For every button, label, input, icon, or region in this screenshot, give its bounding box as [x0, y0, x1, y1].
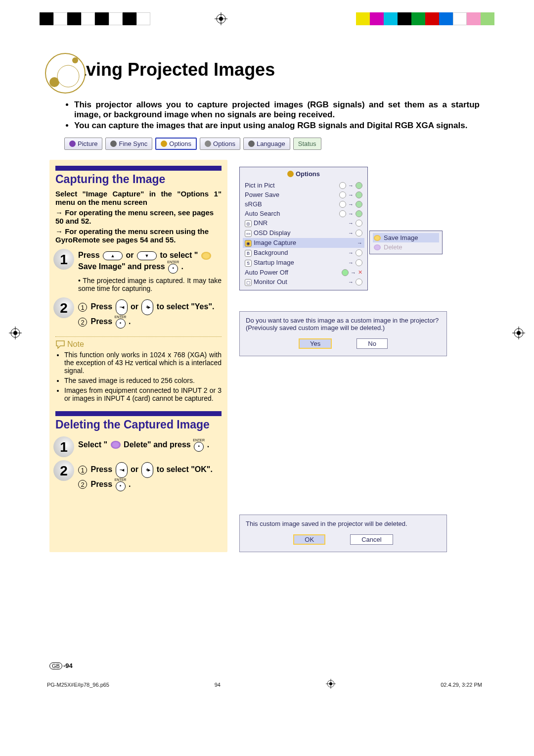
section-bar-2	[55, 411, 222, 416]
tab-status[interactable]: Status	[293, 138, 321, 150]
del2-p1-post: to select "OK".	[157, 465, 213, 473]
del-step-2: 2 1 Press or to select "OK". 2 Press ENT…	[55, 462, 222, 491]
note-2: The saved image is reduced to 256 colors…	[64, 377, 222, 384]
enter-button-icon-3	[194, 442, 204, 452]
del-circled-1: 1	[78, 466, 87, 474]
up-button-icon	[103, 251, 123, 260]
opt-dnr[interactable]: ◎DNR→	[243, 218, 364, 228]
opt-startup[interactable]: SStartup Image→	[243, 258, 364, 268]
del-step-number-2: 2	[55, 462, 72, 479]
opt-autosearch[interactable]: Auto Search→	[243, 209, 364, 218]
intro-bullet-1: This projector allows you to capture pro…	[74, 100, 480, 120]
registration-mark-top	[214, 12, 228, 26]
enter-label-4: ENTER	[115, 478, 127, 481]
step-number-1: 1	[55, 251, 72, 268]
title-bubble-icon	[44, 52, 87, 94]
tab-options-1[interactable]: Options	[155, 138, 197, 150]
delete-confirm-dialog: This custom image saved in the projector…	[239, 515, 447, 552]
tab-options2-label: Options	[213, 140, 235, 147]
note-head: Note	[55, 340, 222, 349]
bg-icon: B	[245, 250, 252, 257]
page-num-text: -94	[63, 662, 73, 669]
tab-picture-label: Picture	[78, 140, 97, 147]
options2-icon	[205, 141, 211, 147]
save-icon-small	[374, 235, 381, 241]
del1-pre: Select "	[78, 440, 107, 448]
section-title-capturing: Capturing the Image	[55, 173, 222, 186]
enter-label-2: ENTER	[115, 315, 127, 319]
dnr-icon: ◎	[245, 220, 252, 227]
tab-finesync-label: Fine Sync	[119, 140, 147, 147]
note-3: Images from equipment connected to INPUT…	[64, 386, 222, 402]
del1-mid: Delete" and press	[124, 440, 193, 448]
finesync-icon	[110, 141, 117, 147]
crop-marks-top	[0, 12, 534, 26]
enter-button-icon-4	[116, 481, 126, 491]
step1-mid: or	[126, 251, 136, 259]
options-panel-icon	[287, 171, 294, 177]
step2-p1-mid: or	[131, 302, 140, 311]
language-icon	[248, 141, 255, 147]
tab-picture[interactable]: Picture	[64, 138, 102, 150]
step2-p2-pre: Press	[90, 317, 114, 326]
opt-imagecapture[interactable]: ◉Image Capture→	[243, 238, 364, 248]
opt-monitorout[interactable]: ▢Monitor Out→	[243, 277, 364, 287]
opt-powersave[interactable]: Power Save→	[243, 190, 364, 199]
monitor-icon: ▢	[245, 279, 252, 286]
left-button-icon-2	[116, 462, 128, 478]
page-title: Saving Projected Images	[49, 59, 480, 80]
footer-timestamp: 02.4.29, 3:22 PM	[441, 682, 482, 692]
registration-mark-bottom	[326, 679, 336, 689]
section-bar-1	[55, 166, 222, 171]
registration-mark-left	[9, 327, 22, 341]
enter-label-3: ENTER	[193, 438, 205, 442]
intro-list: This projector allows you to capture pro…	[64, 100, 480, 131]
tab-language[interactable]: Language	[243, 138, 290, 150]
svg-point-15	[57, 65, 79, 87]
confirm1-yes-button[interactable]: Yes	[299, 338, 332, 349]
confirm2-cancel-button[interactable]: Cancel	[350, 534, 393, 545]
note-icon	[55, 340, 65, 349]
opt-background[interactable]: BBackground→	[243, 248, 364, 258]
startup-icon: S	[245, 260, 252, 267]
registration-mark-right	[512, 327, 525, 341]
step2-p1-post: to select "Yes".	[157, 302, 215, 311]
confirm2-line1: This custom image saved in the projector…	[246, 520, 441, 527]
confirm2-ok-button[interactable]: OK	[293, 534, 325, 545]
page-number: GB-94	[49, 662, 73, 669]
enter-button-icon	[168, 264, 178, 274]
confirm1-no-button[interactable]: No	[356, 338, 388, 349]
confirm1-line2: (Previously saved custom image will be d…	[246, 324, 441, 331]
del1-post: .	[207, 440, 209, 448]
delete-icon-small	[374, 244, 381, 250]
step1-post-a: to select "	[160, 251, 198, 259]
instruction-column: Capturing the Image Select "Image Captur…	[49, 160, 227, 552]
del2-p1-pre: Press	[90, 465, 114, 473]
image-capture-submenu: Save Image Delete	[369, 231, 443, 254]
svg-point-13	[72, 57, 78, 63]
submenu-delete[interactable]: Delete	[373, 242, 439, 252]
opt-osd[interactable]: ▭OSD Display→	[243, 228, 364, 238]
opt-srgb[interactable]: sRGB→	[243, 199, 364, 209]
del2-p2-post: .	[129, 479, 131, 488]
circled-1: 1	[78, 303, 87, 312]
options-panel-header: Options	[296, 170, 320, 178]
del-step-number-1: 1	[55, 438, 72, 455]
opt-pictinpict[interactable]: Pict in Pict→	[243, 181, 364, 190]
tab-language-label: Language	[257, 140, 285, 147]
opt-autopoweroff[interactable]: Auto Power Off→✕	[243, 268, 364, 277]
right-button-icon	[141, 299, 153, 315]
cap-step-1: 1 Press or to select " Save Image" and p…	[55, 251, 222, 292]
picture-icon	[69, 141, 76, 147]
enter-label-1: ENTER	[167, 260, 179, 264]
section-title-deleting: Deleting the Captured Image	[55, 418, 222, 431]
step1-pre: Press	[78, 251, 102, 259]
tab-options-2[interactable]: Options	[200, 138, 240, 150]
step2-p2-post: .	[129, 317, 131, 326]
tab-finesync[interactable]: Fine Sync	[105, 138, 152, 150]
del2-p2-pre: Press	[90, 479, 114, 488]
del2-p1-mid: or	[131, 465, 140, 473]
tab-status-label: Status	[298, 140, 316, 147]
submenu-save[interactable]: Save Image	[373, 233, 439, 242]
footer-file: PG-M25X#E#p78_96.p65	[47, 682, 109, 692]
